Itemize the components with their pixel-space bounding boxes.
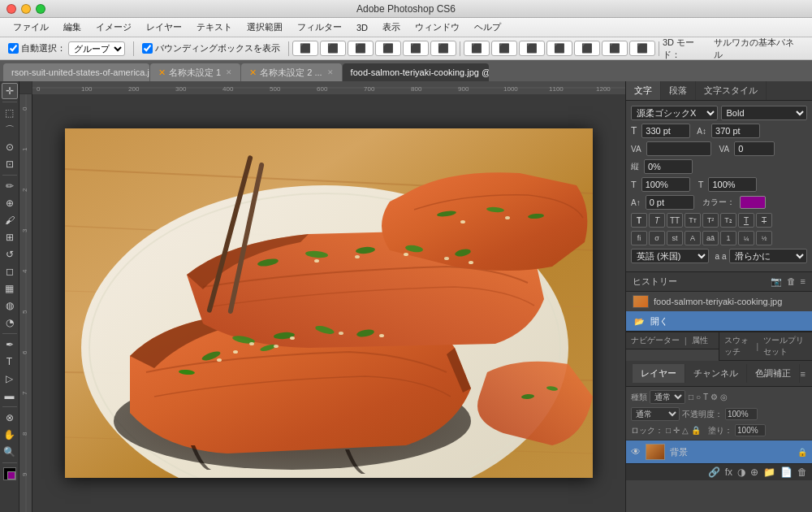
menu-help[interactable]: ヘルプ	[468, 20, 508, 35]
filter-icon-1[interactable]: □	[689, 393, 693, 401]
style-subscript[interactable]: T₂	[720, 213, 736, 228]
lock-icon-2[interactable]: ✛	[673, 426, 680, 435]
foreground-color[interactable]	[3, 467, 16, 480]
lock-icon-3[interactable]: △	[682, 426, 689, 435]
align-right-btn[interactable]: ⬛	[348, 41, 374, 56]
menu-layer[interactable]: レイヤー	[140, 20, 188, 35]
style-all-caps[interactable]: TT	[667, 213, 683, 228]
tool-pen[interactable]: ✒	[2, 336, 18, 353]
ot-caps-a[interactable]: A	[685, 231, 701, 245]
history-menu-icon[interactable]: ≡	[801, 276, 806, 287]
lock-icon-1[interactable]: □	[666, 426, 671, 435]
tab-0[interactable]: rson-suit-united-states-of-america.jpg ✕	[3, 63, 149, 81]
tool-type[interactable]: T	[2, 354, 18, 370]
menu-edit[interactable]: 編集	[57, 20, 88, 35]
menu-select[interactable]: 選択範囲	[240, 20, 289, 35]
distribute-btn-4[interactable]: ⬛	[546, 41, 572, 56]
ot-aa[interactable]: aā	[702, 231, 719, 245]
tab-2[interactable]: ✕ 名称未設定 2 ... ✕	[241, 63, 341, 81]
canvas-viewport[interactable]	[32, 94, 625, 512]
maximize-button[interactable]	[36, 4, 45, 14]
history-item-0[interactable]: food-salmon-teriyaki-cooking.jpg	[626, 292, 812, 311]
tool-brush[interactable]: 🖌	[2, 212, 18, 228]
tool-history-brush[interactable]: ↺	[2, 246, 18, 263]
font-style-select[interactable]: Bold Regular	[721, 106, 808, 120]
layer-new-icon[interactable]: 📄	[780, 466, 793, 478]
filter-icon-4[interactable]: ⚙	[710, 393, 718, 401]
tab-adjustments[interactable]: 色調補正	[747, 364, 800, 383]
baseline-input[interactable]	[646, 195, 694, 210]
swatch-header[interactable]: スウォッチ | ツールプリセット	[719, 332, 812, 361]
fill-input[interactable]	[735, 424, 766, 436]
tool-zoom[interactable]: 🔍	[2, 444, 18, 460]
vscale2-input[interactable]	[708, 177, 757, 192]
layer-visibility-eye[interactable]: 👁	[631, 446, 641, 458]
style-bold[interactable]: T	[631, 213, 647, 228]
distribute-v-btn[interactable]: ⬛	[491, 41, 517, 56]
font-size-input[interactable]	[641, 124, 690, 138]
layer-mask-icon[interactable]: ◑	[737, 466, 745, 478]
vertical-scale-input[interactable]	[644, 159, 693, 174]
tool-gradient[interactable]: ▦	[2, 280, 18, 297]
auto-select-checkbox[interactable]	[8, 43, 19, 54]
ot-ligatures[interactable]: fi	[631, 231, 647, 245]
kind-select[interactable]: 通常	[650, 390, 685, 404]
distribute-btn-6[interactable]: ⬛	[602, 41, 628, 56]
navigator-header[interactable]: ナビゲーター | 属性	[626, 332, 719, 349]
menu-window[interactable]: ウィンドウ	[408, 20, 466, 35]
antialiasing-select[interactable]: 滑らかに	[729, 249, 807, 263]
distribute-btn-7[interactable]: ⬛	[629, 41, 655, 56]
distribute-btn-3[interactable]: ⬛	[519, 41, 545, 56]
bounding-box-checkbox[interactable]	[142, 43, 153, 54]
tool-quickselect[interactable]: ⊙	[2, 139, 18, 155]
language-select[interactable]: 英語 (米国)	[631, 249, 709, 263]
color-swatch[interactable]	[740, 196, 766, 209]
lock-icon-4[interactable]: 🔒	[691, 426, 701, 435]
style-small-caps[interactable]: Tт	[685, 213, 701, 228]
tool-hand[interactable]: ✋	[2, 427, 18, 443]
align-left-btn[interactable]: ⬛	[292, 41, 318, 56]
toolbar-auto-select[interactable]: 自動選択： グループ レイヤー	[3, 40, 130, 58]
auto-select-dropdown[interactable]: グループ レイヤー	[68, 41, 125, 56]
tool-move[interactable]: ✛	[2, 83, 18, 99]
blend-mode-select[interactable]: 通常	[631, 407, 680, 421]
history-item-1[interactable]: 📂 開く	[626, 311, 812, 331]
tool-dodge[interactable]: ◔	[2, 315, 18, 331]
style-underline[interactable]: T	[738, 213, 754, 228]
opacity-input[interactable]	[725, 408, 758, 420]
history-snapshot-icon[interactable]: 📷	[771, 276, 782, 287]
tool-eraser[interactable]: ◻	[2, 263, 18, 280]
layer-group-icon[interactable]: 📁	[763, 466, 775, 478]
layer-item-background[interactable]: 👁 背景 🔒	[626, 440, 812, 463]
style-superscript[interactable]: T²	[702, 213, 719, 228]
layer-adjustment-icon[interactable]: ⊕	[750, 466, 758, 478]
tab-channels[interactable]: チャンネル	[685, 364, 747, 383]
align-center-h-btn[interactable]: ⬛	[320, 41, 346, 56]
align-bottom-btn[interactable]: ⬛	[430, 41, 456, 56]
ot-st[interactable]: st	[667, 231, 683, 245]
tool-blur[interactable]: ◍	[2, 297, 18, 314]
menu-text[interactable]: テキスト	[190, 20, 239, 35]
tab-1[interactable]: ✕ 名称未設定 1 ✕	[150, 63, 240, 81]
distribute-h-btn[interactable]: ⬛	[464, 41, 490, 56]
tab-3[interactable]: food-salmon-teriyaki-cooking.jpg @ 33.3%…	[343, 63, 489, 81]
tool-eyedropper[interactable]: ✏	[2, 178, 18, 194]
ot-num[interactable]: 1	[720, 231, 736, 245]
menu-filter[interactable]: フィルター	[291, 20, 348, 35]
tab-2-close[interactable]: ✕	[327, 68, 334, 76]
layer-delete-icon[interactable]: 🗑	[797, 466, 807, 478]
style-italic[interactable]: T	[649, 213, 665, 228]
filter-icon-5[interactable]: ◎	[720, 393, 728, 401]
leading-input[interactable]	[711, 124, 760, 138]
tool-lasso[interactable]: ⌒	[2, 122, 18, 138]
tool-clone[interactable]: ⊞	[2, 229, 18, 245]
filter-icon-2[interactable]: ○	[696, 393, 701, 401]
menu-file[interactable]: ファイル	[6, 20, 55, 35]
font-family-select[interactable]: 源柔ゴシックX	[631, 106, 718, 120]
ot-sigma[interactable]: σ	[649, 231, 665, 245]
layer-link-icon[interactable]: 🔗	[708, 466, 720, 478]
tab-character[interactable]: 文字	[626, 81, 661, 100]
style-strikethrough[interactable]: T	[756, 213, 772, 228]
menu-image[interactable]: イメージ	[89, 20, 138, 35]
align-top-btn[interactable]: ⬛	[375, 41, 401, 56]
